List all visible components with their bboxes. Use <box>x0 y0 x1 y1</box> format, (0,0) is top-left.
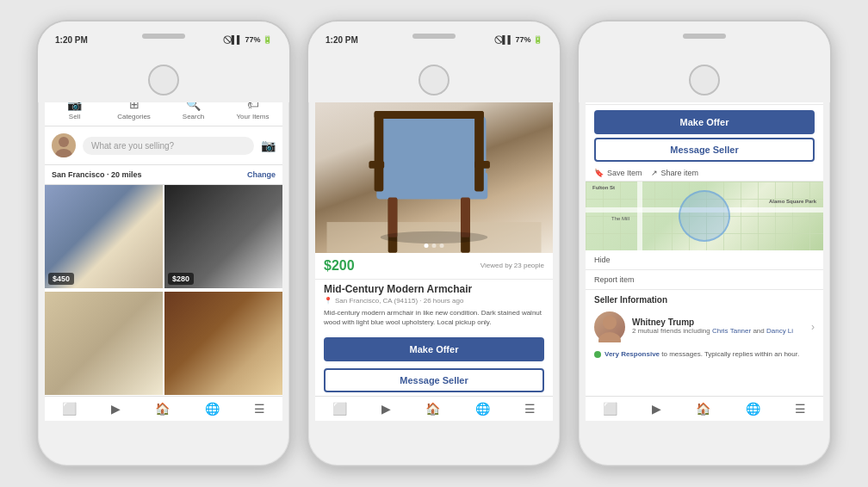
side-button-left <box>36 108 37 132</box>
dot-1 <box>425 244 429 248</box>
product-description: Mid-century modern armchair in like new … <box>315 308 553 334</box>
phone-bottom-3 <box>579 58 830 102</box>
map-road-vertical <box>637 182 642 250</box>
svg-rect-11 <box>375 111 484 119</box>
svg-rect-10 <box>474 111 484 191</box>
bottom-nav-1: ⬜ ▶ 🏠 🌐 ☰ <box>45 396 282 421</box>
status-time-1: 1:20 PM <box>55 35 88 45</box>
home-button-1[interactable] <box>148 65 179 96</box>
chevron-right-icon: › <box>811 321 815 333</box>
nav-icon-menu[interactable]: ☰ <box>254 402 265 416</box>
message-seller-button-3[interactable]: Message Seller <box>594 138 815 162</box>
share-icon: ↗ <box>651 169 658 177</box>
side-button-left-3 <box>577 108 578 132</box>
svg-rect-14 <box>369 161 384 169</box>
list-item[interactable]: $280 <box>164 185 282 288</box>
nav-icon-globe-3[interactable]: 🌐 <box>746 402 760 416</box>
hide-button[interactable]: Hide <box>586 250 823 270</box>
share-item-button[interactable]: ↗ Share item <box>651 169 699 177</box>
share-label: Share item <box>661 169 699 177</box>
save-label: Save Item <box>607 169 642 177</box>
map-radius-circle <box>679 190 730 242</box>
map-park-label: Alamo Square Park <box>769 199 816 204</box>
sell-box: What are you selling? 📷 <box>45 126 282 165</box>
tab-your-items-label: Your Items <box>237 113 270 120</box>
speaker-3 <box>683 34 726 39</box>
side-button-right-2 <box>561 125 561 163</box>
nav-icon-marketplace-3[interactable]: 🏠 <box>696 402 710 416</box>
nav-icon-globe[interactable]: 🌐 <box>205 402 220 416</box>
nav-icon-play-3[interactable]: ▶ <box>652 402 661 416</box>
make-offer-button-3[interactable]: Make Offer <box>594 110 815 134</box>
phone-3: Mid-century modern armchair in like new … <box>577 20 832 467</box>
svg-rect-15 <box>474 161 490 169</box>
save-item-button[interactable]: 🔖 Save Item <box>594 169 642 177</box>
side-button-right <box>290 125 291 163</box>
nav-icon-home[interactable]: ⬜ <box>62 402 77 416</box>
phone-bottom-1 <box>38 58 289 102</box>
list-item[interactable] <box>164 292 282 395</box>
svg-rect-8 <box>379 115 486 176</box>
product-price: $200 <box>324 258 355 274</box>
speaker-2 <box>412 34 456 39</box>
dot-3 <box>440 244 444 248</box>
nav-icon-home-2[interactable]: ⬜ <box>332 402 347 416</box>
report-item-button[interactable]: Report item <box>586 270 823 290</box>
nav-icon-menu-2[interactable]: ☰ <box>524 402 536 416</box>
nav-icon-play-2[interactable]: ▶ <box>381 402 391 416</box>
tab-categories-label: Categories <box>117 113 151 120</box>
svg-rect-7 <box>376 172 487 199</box>
nav-icon-marketplace-2[interactable]: 🏠 <box>425 402 440 416</box>
seller-details: Whitney Trump 2 mutual friends including… <box>632 317 793 336</box>
product-views: Viewed by 23 people <box>480 262 544 269</box>
list-item[interactable] <box>45 292 163 395</box>
signal-icon: ▌▌ <box>232 35 243 44</box>
bookmark-icon: 🔖 <box>594 169 604 177</box>
tab-search-label: Search <box>183 113 204 120</box>
camera-icon[interactable]: 📷 <box>261 139 276 152</box>
svg-point-2 <box>59 137 69 147</box>
product-title: Mid-Century Modern Armchair <box>315 280 553 297</box>
svg-point-3 <box>55 149 72 157</box>
screen-3: Mid-century modern armchair in like new … <box>586 58 823 421</box>
nav-icon-marketplace[interactable]: 🏠 <box>155 402 170 416</box>
map-label-mill: The Mill <box>611 216 629 221</box>
phone-bottom-2 <box>308 58 560 102</box>
nav-icon-menu-3[interactable]: ☰ <box>795 402 806 416</box>
price-tag: $280 <box>168 273 194 285</box>
svg-point-18 <box>598 332 621 342</box>
list-item[interactable]: $450 <box>45 185 163 288</box>
change-location-button[interactable]: Change <box>247 170 276 179</box>
mutual-friend-2: Dancy Li <box>766 327 793 335</box>
phone-1: 1:20 PM ⃠ ▌▌ 77% 🔋 Search Ma <box>36 20 291 467</box>
image-dots <box>425 244 444 248</box>
make-offer-button[interactable]: Make Offer <box>324 337 544 361</box>
svg-point-16 <box>381 231 487 244</box>
sell-input[interactable]: What are you selling? <box>83 137 254 155</box>
seller-mutual-friends: 2 mutual friends including Chris Tanner … <box>632 327 793 336</box>
screen-1: Search Marketplace 📷 Sell ⊞ Categories 🔍 <box>45 58 282 421</box>
mutual-friend-1: Chris Tanner <box>712 327 751 335</box>
svg-rect-12 <box>388 198 398 237</box>
phone-2: 1:20 PM ⃠ ▌▌ 77% 🔋 ‹ <box>307 20 561 467</box>
seller-info-row[interactable]: Whitney Trump 2 mutual friends including… <box>586 308 823 346</box>
home-button-2[interactable] <box>418 65 450 96</box>
green-dot-icon <box>594 351 601 358</box>
home-button-3[interactable] <box>689 65 720 96</box>
seller-name: Whitney Trump <box>632 317 793 327</box>
phone-top-bar-2: 1:20 PM ⃠ ▌▌ 77% 🔋 <box>308 22 560 58</box>
message-seller-button[interactable]: Message Seller <box>324 368 544 392</box>
nav-icon-home-3[interactable]: ⬜ <box>603 402 617 416</box>
item-actions: 🔖 Save Item ↗ Share item <box>586 165 823 182</box>
location-bar: San Francisco · 20 miles Change <box>45 165 282 185</box>
tab-sell-label: Sell <box>69 113 80 120</box>
seller-info-title: Seller Information <box>586 290 823 308</box>
location-pin-icon: 📍 <box>324 297 332 305</box>
dot-2 <box>432 244 437 248</box>
nav-icon-play[interactable]: ▶ <box>111 402 121 416</box>
bottom-nav-2: ⬜ ▶ 🏠 🌐 ☰ <box>315 396 553 421</box>
responsive-label: Very Responsive <box>604 350 660 358</box>
phone-top-bar-3 <box>579 22 830 58</box>
product-image <box>315 84 553 253</box>
nav-icon-globe-2[interactable]: 🌐 <box>475 402 490 416</box>
